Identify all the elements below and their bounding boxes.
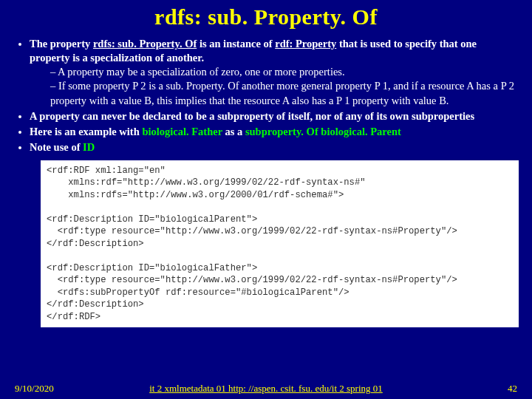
bullet-4: Note use of ID (30, 140, 519, 154)
bullet-1-sublist: A property may be a specialization of ze… (30, 65, 519, 107)
b3-text-mid: as a (222, 126, 245, 137)
b4-green: ID (83, 141, 95, 153)
b4-text-pre: Note use of (30, 141, 83, 153)
b1-text-mid: is an instance of (197, 38, 275, 50)
b3-green-1: biological. Father (142, 126, 222, 137)
slide-title: rdfs: sub. Property. Of (0, 0, 532, 30)
bullet-3: Here is an example with biological. Fath… (30, 125, 519, 139)
b3-text-pre: Here is an example with (30, 126, 142, 137)
footer-link: it 2 xmlmetadata 01 http: //aspen. csit.… (0, 383, 532, 395)
b1-underline-2: rdf: Property (275, 38, 336, 50)
bullet-1-sub-1: A property may be a specialization of ze… (50, 65, 519, 79)
code-example: <rdf:RDF xml:lang="en" xmlns:rdf="http:/… (41, 160, 519, 327)
b1-text-pre: The property (30, 38, 93, 50)
slide-body: The property rdfs: sub. Property. Of is … (0, 30, 532, 154)
bullet-2: A property can never be declared to be a… (30, 109, 519, 123)
bullet-1: The property rdfs: sub. Property. Of is … (30, 37, 519, 108)
b1-underline-1: rdfs: sub. Property. Of (93, 38, 197, 50)
bullet-list: The property rdfs: sub. Property. Of is … (13, 37, 519, 154)
b3-green-2: subproperty. Of biological. Parent (245, 126, 401, 137)
footer-page-number: 42 (508, 383, 517, 395)
bullet-1-sub-2: If some property P 2 is a sub. Property.… (50, 79, 519, 107)
